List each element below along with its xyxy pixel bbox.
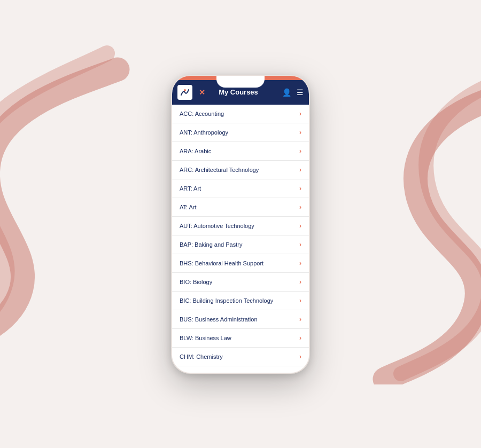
chevron-right-icon: ›	[299, 166, 301, 174]
chevron-right-icon: ›	[299, 372, 301, 373]
course-label: ACC: Accounting	[180, 111, 224, 117]
chevron-right-icon: ›	[299, 147, 301, 155]
course-list-item[interactable]: CFD: Child and Family Development ›	[172, 366, 309, 373]
course-label: ARA: Arabic	[180, 148, 211, 154]
course-label: BIO: Biology	[180, 279, 212, 285]
course-list-item[interactable]: BAP: Baking and Pastry ›	[172, 235, 309, 254]
course-label: ANT: Anthropology	[180, 129, 228, 136]
chevron-right-icon: ›	[299, 203, 301, 211]
chevron-right-icon: ›	[299, 316, 301, 323]
course-list-item[interactable]: BUS: Business Administration ›	[172, 310, 309, 329]
chevron-right-icon: ›	[299, 110, 301, 117]
course-list-item[interactable]: ARA: Arabic ›	[172, 142, 309, 161]
course-label: BAP: Baking and Pastry	[180, 241, 242, 248]
course-list-item[interactable]: AT: Art ›	[172, 198, 309, 217]
chevron-right-icon: ›	[299, 297, 301, 304]
course-list-item[interactable]: ANT: Anthropology ›	[172, 123, 309, 142]
course-label: ART: Art	[180, 185, 201, 192]
header-actions: 👤 ☰	[282, 88, 304, 97]
chevron-right-icon: ›	[299, 334, 301, 342]
chevron-right-icon: ›	[299, 222, 301, 230]
chevron-right-icon: ›	[299, 353, 301, 360]
course-label: CHM: Chemistry	[180, 353, 223, 360]
menu-icon[interactable]: ☰	[297, 88, 304, 97]
chevron-right-icon: ›	[299, 241, 301, 248]
user-icon[interactable]: 👤	[282, 88, 291, 97]
chevron-right-icon: ›	[299, 129, 301, 136]
course-label: ARC: Architectural Technology	[180, 167, 259, 173]
course-list: ACC: Accounting › ANT: Anthropology › AR…	[172, 105, 309, 373]
course-list-item[interactable]: ART: Art ›	[172, 179, 309, 198]
app-logo	[177, 85, 192, 100]
course-label: BHS: Behavioral Health Support	[180, 260, 263, 266]
course-list-item[interactable]: BIO: Biology ›	[172, 273, 309, 292]
course-list-item[interactable]: ACC: Accounting ›	[172, 105, 309, 123]
course-list-item[interactable]: ARC: Architectural Technology ›	[172, 161, 309, 179]
course-label: AT: Art	[180, 204, 197, 210]
course-list-item[interactable]: BIC: Building Inspection Technology ›	[172, 292, 309, 310]
course-label: BUS: Business Administration	[180, 316, 258, 323]
page-title: My Courses	[195, 88, 282, 96]
chevron-right-icon: ›	[299, 185, 301, 192]
course-label: BIC: Building Inspection Technology	[180, 297, 273, 304]
course-label: BLW: Business Law	[180, 335, 231, 341]
course-label: AUT: Automotive Technology	[180, 223, 254, 229]
chevron-right-icon: ›	[299, 278, 301, 286]
svg-point-1	[184, 89, 186, 91]
phone-screen: ✕ My Courses 👤 ☰ ACC: Accounting › ANT: …	[171, 75, 310, 374]
course-list-item[interactable]: AUT: Automotive Technology ›	[172, 217, 309, 235]
phone-notch	[216, 76, 265, 88]
course-list-item[interactable]: BLW: Business Law ›	[172, 329, 309, 348]
course-list-item[interactable]: CHM: Chemistry ›	[172, 348, 309, 366]
course-list-item[interactable]: BHS: Behavioral Health Support ›	[172, 254, 309, 273]
course-label: CFD: Child and Family Development	[180, 372, 275, 373]
chevron-right-icon: ›	[299, 260, 301, 267]
phone-mockup: ✕ My Courses 👤 ☰ ACC: Accounting › ANT: …	[171, 75, 310, 374]
